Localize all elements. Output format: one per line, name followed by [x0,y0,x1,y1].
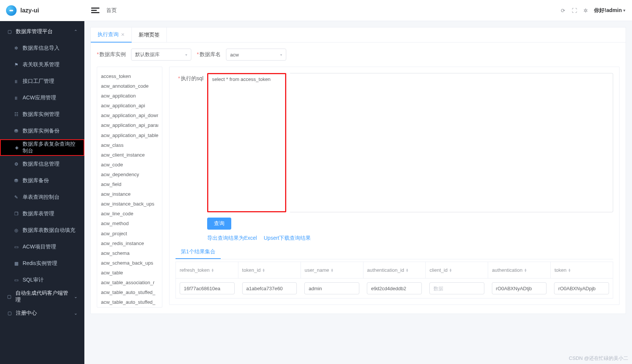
user-menu[interactable]: 你好!admin ▾ [594,7,625,14]
sql-label: *执行的sql [176,73,203,82]
sort-icon: ▲▼ [262,268,265,272]
table-item[interactable]: acw_method [101,219,158,228]
tabs: 执行查询✕新增页签 [91,27,626,43]
table-item[interactable]: acw_schema_back_ups [101,259,158,267]
table-item[interactable]: acw_table_auto_stuffed_ [101,298,158,306]
sql-textarea-extent[interactable] [290,73,613,212]
table-item[interactable]: acw_schema [101,249,158,257]
sidebar-item-5[interactable]: ⛃数据库实例备份 [0,123,84,139]
sort-icon: ▲▼ [406,268,409,272]
sidebar-item-11[interactable]: ◎数据库表数据自动填充 [0,222,84,239]
tab-1[interactable]: 新增页签 [132,27,167,42]
logo-text: lazy-ui [20,7,39,14]
sidebar-item-12[interactable]: ▭ACW项目管理 [0,239,84,255]
chevron-down-icon: ▾ [185,53,187,57]
cell-input-token[interactable] [554,282,609,294]
query-panel: *执行的sql 查询 导出查询结果为Excel Upsert下载查询结果 [169,67,620,305]
table-item[interactable]: acw_application [101,92,158,100]
sidebar-menu: ▢数据库管理平台⌃✲数据库信息导入⚑表关联关系管理⫼接口工厂管理⫼ACW应用管理… [0,21,84,364]
table-item[interactable]: acw_application_api_down [101,111,158,120]
cell-input-authentication[interactable] [492,282,547,294]
table-item[interactable]: acw_application_api_param [101,121,158,129]
sort-icon: ▲▼ [568,268,571,272]
table-item[interactable]: acw_project [101,230,158,238]
sidebar-item-1[interactable]: ⚑表关联关系管理 [0,56,84,73]
close-icon[interactable]: ✕ [121,32,125,37]
dbname-label: *数据库名 [197,51,220,58]
tab-0[interactable]: 执行查询✕ [91,27,132,43]
table-item[interactable]: acw_field [101,180,158,189]
main-panel: 执行查询✕新增页签 *数据库实例 默认数据库 ▾ *数据库名 acw ▾ [90,27,626,314]
settings-icon[interactable]: ✲ [583,8,589,14]
table-item[interactable]: acw_table_auto_stuffed_ [101,288,158,297]
topbar: 首页 ⟳ ⛶ ✲ 你好!admin ▾ [84,0,632,21]
column-header-token_id[interactable]: token_id▲▼ [238,262,301,278]
sidebar-item-8[interactable]: ⛃数据库备份 [0,172,84,189]
table-item[interactable]: acw_line_code [101,210,158,218]
sidebar-item-3[interactable]: ⫼ACW应用管理 [0,90,84,106]
sidebar-item-10[interactable]: ❐数据库表管理 [0,206,84,222]
watermark: CSDN @还在忙碌的吴小二 [569,355,628,362]
sidebar-item-6[interactable]: ◈数据库多表复杂查询控制台 [0,139,84,156]
cell-input-token_id[interactable] [242,282,297,294]
cell-input-authentication_id[interactable] [367,282,422,294]
sort-icon: ▲▼ [524,268,527,272]
table-item[interactable]: acw_annotation_code [101,82,158,90]
table-item[interactable]: acw_table_association_r [101,279,158,287]
upsert-download-link[interactable]: Upsert下载查询结果 [264,235,311,242]
sidebar-item-9[interactable]: ✎单表查询控制台 [0,189,84,206]
menu-group-2[interactable]: ▢注册中心⌄ [0,305,84,321]
sidebar: lazy-ui ▢数据库管理平台⌃✲数据库信息导入⚑表关联关系管理⫼接口工厂管理… [0,0,84,364]
sort-icon: ▲▼ [211,268,214,272]
sidebar-item-2[interactable]: ⫼接口工厂管理 [0,73,84,90]
table-item[interactable]: access_token [101,72,158,81]
result-tab-1[interactable]: 第1个结果集合 [176,245,221,259]
filter-bar: *数据库实例 默认数据库 ▾ *数据库名 acw ▾ [91,43,626,61]
menu-group-0[interactable]: ▢数据库管理平台⌃ [0,23,84,40]
chevron-down-icon: ▾ [623,8,625,12]
sidebar-item-13[interactable]: ▦Redis实例管理 [0,255,84,272]
table-item[interactable]: acw_redis_instance [101,239,158,248]
table-item[interactable]: acw_table [101,269,158,277]
table-item[interactable]: acw_instance [101,190,158,198]
result-table: refresh_token▲▼token_id▲▼user_name▲▼auth… [176,262,613,299]
sort-icon: ▲▼ [449,268,452,272]
sql-textarea[interactable] [207,73,286,212]
cell-input-user_name[interactable] [304,282,359,294]
column-header-token[interactable]: token▲▼ [551,262,613,278]
column-header-authentication_id[interactable]: authentication_id▲▼ [363,262,426,278]
sort-icon: ▲▼ [331,268,334,272]
cell-input-client_id[interactable] [429,282,484,294]
table-item[interactable]: acw_application_api_table [101,131,158,140]
query-button[interactable]: 查询 [207,218,231,230]
export-excel-link[interactable]: 导出查询结果为Excel [207,235,257,242]
result-tabs: 第1个结果集合 [176,245,613,259]
refresh-icon[interactable]: ⟳ [560,8,566,14]
table-item[interactable]: acw_class [101,141,158,149]
table-item[interactable]: acw_client_instance [101,151,158,159]
column-header-user_name[interactable]: user_name▲▼ [301,262,363,278]
instance-select[interactable]: 默认数据库 ▾ [131,49,191,61]
table-item[interactable]: acw_instance_back_ups [101,200,158,208]
table-item[interactable]: acw_application_api [101,102,158,110]
tables-list-panel: access_tokenacw_annotation_codeacw_appli… [97,67,162,308]
fullscreen-icon[interactable]: ⛶ [571,8,577,14]
table-item[interactable]: acw_dependency [101,171,158,179]
column-header-refresh_token[interactable]: refresh_token▲▼ [176,262,238,278]
sidebar-item-0[interactable]: ✲数据库信息导入 [0,40,84,56]
column-header-authentication[interactable]: authentication▲▼ [488,262,551,278]
sidebar-item-4[interactable]: ☷数据库实例管理 [0,106,84,123]
sidebar-item-14[interactable]: ▭SQL审计 [0,272,84,288]
collapse-sidebar-button[interactable] [91,6,99,15]
table-item[interactable]: acw_code [101,161,158,169]
menu-group-1[interactable]: ▢自动生成代码客户端管理⌄ [0,288,84,305]
logo-icon [6,5,17,16]
dbname-select[interactable]: acw ▾ [226,49,286,61]
cell-input-refresh_token[interactable] [180,282,235,294]
breadcrumb[interactable]: 首页 [106,7,117,14]
column-header-client_id[interactable]: client_id▲▼ [426,262,488,278]
sidebar-item-7[interactable]: ⚙数据库信息管理 [0,156,84,172]
logo-area: lazy-ui [0,0,84,21]
instance-label: *数据库实例 [97,51,126,58]
chevron-down-icon: ▾ [280,53,282,57]
